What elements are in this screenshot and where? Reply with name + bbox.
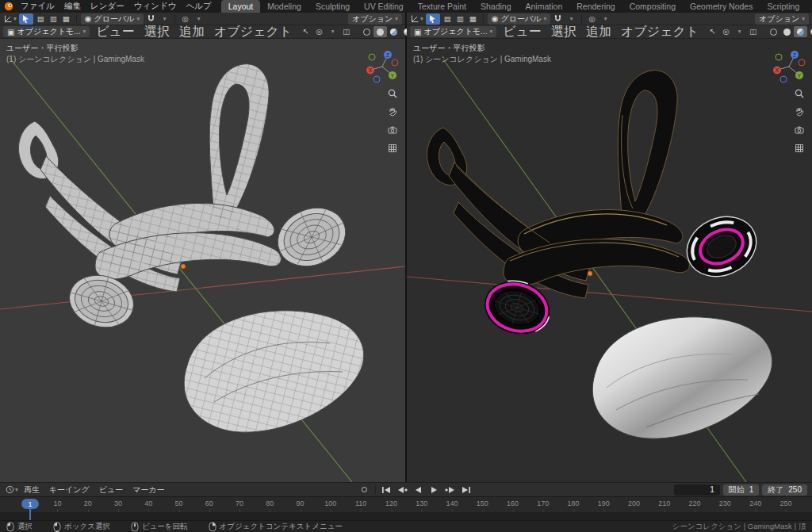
viewport-menu-item[interactable]: 追加 bbox=[174, 24, 209, 40]
3d-viewport-right[interactable]: ユーザー・平行投影 (1) シーンコレクション | GamingMask Z X… bbox=[407, 39, 812, 482]
snap-settings-dropdown[interactable]: ▾ bbox=[565, 13, 577, 25]
toggle-grid-icon[interactable] bbox=[386, 143, 398, 154]
menubar-item[interactable]: 編集 bbox=[59, 1, 86, 12]
options-dropdown[interactable]: オプション▾ bbox=[755, 13, 809, 25]
xray-toggle-button[interactable]: ◫ bbox=[747, 26, 759, 37]
workspace-tab[interactable]: Compositing bbox=[622, 0, 683, 13]
shading-material-button[interactable] bbox=[794, 26, 807, 37]
axis-x-red bbox=[407, 277, 812, 312]
play-button[interactable] bbox=[427, 484, 442, 496]
snap-settings-dropdown[interactable]: ▾ bbox=[159, 13, 170, 25]
xray-toggle-button[interactable]: ◫ bbox=[340, 26, 352, 37]
proportional-falloff-dropdown[interactable]: ▾ bbox=[599, 13, 611, 25]
transform-orientation-dropdown[interactable]: ◉ グローバル ▾ bbox=[81, 13, 144, 25]
overlays-button[interactable]: ◎ bbox=[720, 26, 732, 37]
viewport-menu-item[interactable]: ビュー bbox=[91, 24, 140, 40]
menubar-item[interactable]: ヘルプ bbox=[181, 1, 216, 12]
editor-type-button[interactable]: ▾ bbox=[410, 13, 424, 25]
menubar-item[interactable]: レンダー bbox=[86, 1, 129, 12]
options-dropdown[interactable]: オプション▾ bbox=[348, 13, 402, 25]
menubar-item[interactable]: ウィンドウ bbox=[129, 1, 182, 12]
playback-controls bbox=[357, 484, 473, 496]
tool-lasso-select-button[interactable]: ▦ bbox=[467, 13, 479, 25]
workspace-tab[interactable]: Animation bbox=[519, 0, 570, 13]
overlays-dropdown[interactable]: ▾ bbox=[733, 26, 745, 37]
play-reverse-button[interactable] bbox=[411, 484, 426, 496]
navigation-gizmo[interactable]: Z X Y bbox=[770, 47, 808, 88]
editor-type-button[interactable]: ▾ bbox=[3, 13, 17, 25]
viewport-menu-item[interactable]: 選択 bbox=[546, 24, 581, 40]
shading-wireframe-button[interactable] bbox=[767, 26, 780, 37]
zoom-icon[interactable] bbox=[386, 88, 398, 99]
jump-to-end-button[interactable] bbox=[458, 484, 473, 496]
statusbar: 選択ボックス選択ビューを回転オブジェクトコンテキストメニュー シーンコレクション… bbox=[0, 520, 812, 532]
zoom-icon[interactable] bbox=[793, 88, 805, 99]
frame-start-field[interactable]: 開始1 bbox=[723, 484, 760, 496]
timeline-menu-item[interactable]: マーカー bbox=[128, 484, 169, 496]
workspace-tab[interactable]: Scripting bbox=[760, 0, 806, 13]
viewport-menu-item[interactable]: ビュー bbox=[498, 24, 546, 40]
workspace-tab[interactable]: Modeling bbox=[260, 0, 308, 13]
tool-box-select-button[interactable]: ▥ bbox=[48, 13, 59, 25]
overlays-dropdown[interactable]: ▾ bbox=[327, 26, 339, 37]
snap-toggle-button[interactable] bbox=[552, 13, 564, 25]
mode-dropdown[interactable]: ▣ オブジェクトモ... ▾ bbox=[3, 26, 90, 37]
tool-lasso-select-button[interactable]: ▦ bbox=[60, 13, 72, 25]
shading-rendered-button[interactable] bbox=[807, 26, 812, 37]
viewport-menu-item[interactable]: 追加 bbox=[581, 24, 616, 40]
autokey-toggle-button[interactable] bbox=[357, 484, 372, 496]
workspace-tab[interactable]: Shading bbox=[473, 0, 519, 13]
timeline-menu-item[interactable]: 再生 bbox=[19, 484, 44, 496]
timeline-menu-item[interactable]: キーイング bbox=[44, 484, 94, 496]
shading-solid-button[interactable] bbox=[373, 26, 387, 37]
timeline-editor-type-button[interactable]: ▾ bbox=[5, 484, 19, 496]
3d-viewport-left[interactable]: ユーザー・平行投影 (1) シーンコレクション | GamingMask Z X… bbox=[0, 39, 405, 482]
frame-end-field[interactable]: 終了250 bbox=[762, 484, 807, 496]
transform-orientation-dropdown[interactable]: ◉ グローバル ▾ bbox=[488, 13, 550, 25]
shading-material-button[interactable] bbox=[387, 26, 400, 37]
shading-solid-button[interactable] bbox=[780, 26, 794, 37]
toggle-grid-icon[interactable] bbox=[793, 143, 805, 154]
mode-dropdown[interactable]: ▣ オブジェクトモ... ▾ bbox=[410, 26, 496, 37]
timeline-menu-item[interactable]: ビュー bbox=[94, 484, 128, 496]
show-gizmo-button[interactable]: ↖ bbox=[707, 26, 718, 37]
show-gizmo-button[interactable]: ↖ bbox=[300, 26, 312, 37]
overlays-button[interactable]: ◎ bbox=[313, 26, 325, 37]
current-frame-field[interactable]: 1 bbox=[674, 484, 720, 496]
pan-hand-icon[interactable] bbox=[793, 106, 805, 117]
tool-box-select-button[interactable]: ▥ bbox=[454, 13, 466, 25]
prev-keyframe-button[interactable] bbox=[395, 484, 410, 496]
snap-toggle-button[interactable] bbox=[145, 13, 157, 25]
workspace-tab[interactable]: Geometry Nodes bbox=[683, 0, 760, 13]
workspace-tab[interactable]: UV Editing bbox=[357, 0, 411, 13]
active-tool-button[interactable] bbox=[19, 13, 33, 25]
viewport-menu-item[interactable]: オブジェクト bbox=[616, 24, 703, 40]
add-workspace-button[interactable]: + bbox=[808, 2, 812, 11]
proportional-edit-button[interactable]: ◎ bbox=[586, 13, 598, 25]
blender-logo-icon[interactable] bbox=[3, 1, 14, 12]
select-tool-group: ▤ ▥ ▦ bbox=[442, 13, 479, 25]
menubar-item[interactable]: ファイル bbox=[16, 1, 59, 12]
active-tool-button[interactable] bbox=[426, 13, 440, 25]
next-keyframe-button[interactable] bbox=[442, 484, 458, 496]
timeline-ruler[interactable]: 1102030405060708090100110120130140150160… bbox=[0, 496, 812, 520]
camera-view-icon[interactable] bbox=[386, 124, 398, 136]
camera-view-icon[interactable] bbox=[793, 124, 805, 136]
navigation-gizmo[interactable]: Z X Y bbox=[363, 47, 401, 88]
playhead-pill[interactable]: 1 bbox=[21, 499, 39, 509]
proportional-edit-button[interactable]: ◎ bbox=[179, 13, 191, 25]
workspace-tab[interactable]: Rendering bbox=[569, 0, 622, 13]
viewport-menu-item[interactable]: 選択 bbox=[140, 24, 174, 40]
pan-hand-icon[interactable] bbox=[386, 106, 398, 117]
workspace-tab[interactable]: Layout bbox=[221, 0, 261, 13]
tool-tweak-button[interactable]: ▤ bbox=[442, 13, 454, 25]
tool-tweak-button[interactable]: ▤ bbox=[35, 13, 47, 25]
viewport-menu-item[interactable]: オブジェクト bbox=[209, 24, 297, 40]
workspace-tab[interactable]: Texture Paint bbox=[411, 0, 473, 13]
jump-to-start-button[interactable] bbox=[379, 484, 394, 496]
ruler-tick: 30 bbox=[114, 499, 122, 507]
ruler-tick: 160 bbox=[507, 499, 519, 507]
shading-wireframe-button[interactable] bbox=[360, 26, 373, 37]
workspace-tab[interactable]: Sculpting bbox=[308, 0, 357, 13]
proportional-falloff-dropdown[interactable]: ▾ bbox=[193, 13, 205, 25]
